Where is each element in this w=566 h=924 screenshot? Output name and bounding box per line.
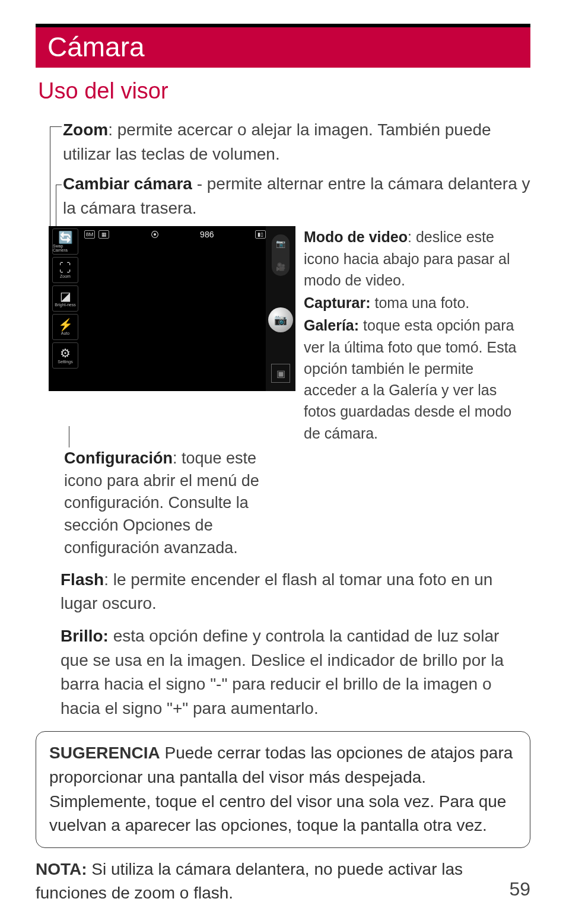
flash-auto-button[interactable]: ⚡ Auto bbox=[52, 314, 78, 340]
leader-line bbox=[69, 426, 69, 447]
focus-brackets bbox=[133, 278, 211, 337]
header-bar: Cámara bbox=[36, 24, 530, 68]
callout-zoom: Zoom: permite acercar o alejar la imagen… bbox=[63, 118, 530, 166]
picture-icon: ▣ bbox=[276, 368, 285, 379]
callout-video-mode: Modo de video: deslice este icono hacia … bbox=[304, 226, 530, 291]
right-callouts: Modo de video: deslice este icono hacia … bbox=[304, 226, 530, 445]
swap-camera-icon: 🔄 bbox=[58, 231, 73, 243]
callout-text: toque esta opción para ver la última fot… bbox=[304, 317, 517, 441]
gear-icon: ⚙ bbox=[60, 347, 71, 359]
zoom-button[interactable]: ⛶ Zoom bbox=[52, 257, 78, 283]
callout-gallery-continued bbox=[293, 447, 530, 560]
note: NOTA: Si utiliza la cámara delantera, no… bbox=[36, 858, 530, 906]
callout-term: Galería: bbox=[304, 317, 359, 334]
button-label: Swap Camera bbox=[53, 244, 78, 252]
gallery-button[interactable]: ▣ bbox=[271, 364, 290, 383]
button-label: Bright-ness bbox=[55, 303, 75, 307]
settings-button[interactable]: ⚙ Settings bbox=[52, 342, 78, 369]
callout-term: Cambiar cámara bbox=[63, 174, 192, 193]
camera-icon: 📷 bbox=[274, 313, 287, 326]
flash-icon: ⚡ bbox=[58, 319, 73, 331]
below-viewfinder-row: Configuración: toque este icono para abr… bbox=[36, 447, 530, 560]
callout-settings: Configuración: toque este icono para abr… bbox=[36, 447, 284, 560]
gps-icon: ⦿ bbox=[151, 230, 159, 239]
callout-term: Capturar: bbox=[304, 294, 371, 311]
swap-camera-button[interactable]: 🔄 Swap Camera bbox=[52, 228, 78, 255]
callout-gallery: Galería: toque esta opción para ver la ú… bbox=[304, 315, 530, 444]
page-title: Cámara bbox=[47, 31, 519, 63]
callout-swap-camera: Cambiar cámara - permite alternar entre … bbox=[63, 172, 530, 220]
callout-term: Brillo: bbox=[61, 627, 109, 645]
camera-viewfinder: 🔄 Swap Camera ⛶ Zoom ◪ Bright-ness ⚡ Aut… bbox=[49, 226, 295, 391]
callout-term: Flash bbox=[61, 570, 104, 589]
zoom-icon: ⛶ bbox=[59, 262, 71, 274]
viewfinder-left-toolbar: 🔄 Swap Camera ⛶ Zoom ◪ Bright-ness ⚡ Aut… bbox=[52, 228, 82, 369]
callout-term: Configuración bbox=[64, 449, 173, 467]
viewfinder-right-toolbar: 📷 🎥 📷 ▣ bbox=[266, 226, 295, 391]
scene-icon: ▦ bbox=[98, 230, 109, 239]
button-label: Auto bbox=[61, 331, 69, 335]
shots-remaining: 986 bbox=[200, 230, 214, 239]
callout-text: toma una foto. bbox=[371, 294, 470, 311]
page-number: 59 bbox=[509, 878, 530, 900]
brightness-button[interactable]: ◪ Bright-ness bbox=[52, 285, 78, 312]
lower-callouts: Flash: le permite encender el flash al t… bbox=[36, 568, 530, 721]
note-term: NOTA: bbox=[36, 860, 87, 878]
section-heading: Uso del visor bbox=[36, 78, 530, 104]
viewfinder-status-bar: 8M ▦ ⦿ 986 ▮▯ bbox=[84, 230, 266, 239]
callout-text: : permite acercar o alejar la imagen. Ta… bbox=[63, 120, 491, 163]
callout-capture: Capturar: toma una foto. bbox=[304, 292, 530, 313]
viewfinder-row: 🔄 Swap Camera ⛶ Zoom ◪ Bright-ness ⚡ Aut… bbox=[36, 226, 530, 445]
shutter-button[interactable]: 📷 bbox=[268, 307, 293, 332]
callout-text: : le permite encender el flash al tomar … bbox=[61, 570, 492, 613]
callout-brillo: Brillo: esta opción define y controla la… bbox=[61, 624, 530, 720]
tip-term: SUGERENCIA bbox=[49, 744, 160, 762]
callout-flash: Flash: le permite encender el flash al t… bbox=[61, 568, 530, 616]
callout-term: Modo de video bbox=[304, 228, 408, 245]
photo-video-toggle[interactable]: 📷 🎥 bbox=[272, 234, 290, 276]
button-label: Settings bbox=[58, 360, 72, 364]
resolution-icon: 8M bbox=[84, 230, 95, 239]
note-text: Si utiliza la cámara delantera, no puede… bbox=[36, 860, 463, 903]
callout-text: esta opción define y controla la cantida… bbox=[61, 627, 504, 717]
video-mode-icon: 🎥 bbox=[276, 262, 285, 271]
button-label: Zoom bbox=[60, 274, 71, 278]
battery-icon: ▮▯ bbox=[255, 230, 266, 239]
callout-term: Zoom bbox=[63, 120, 108, 139]
brightness-icon: ◪ bbox=[60, 290, 71, 302]
top-callouts: Zoom: permite acercar o alejar la imagen… bbox=[36, 118, 530, 220]
camera-mode-icon: 📷 bbox=[276, 239, 285, 248]
tip-box: SUGERENCIA Puede cerrar todas las opcion… bbox=[36, 731, 530, 847]
